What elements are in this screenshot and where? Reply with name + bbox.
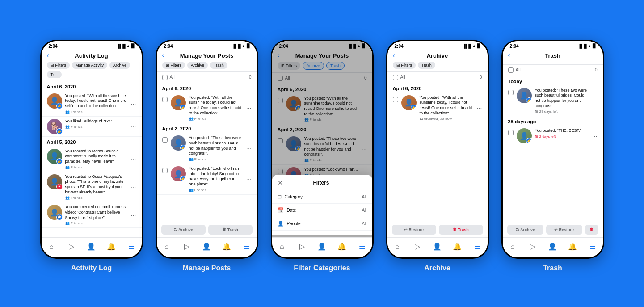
select-all-cb-4[interactable] bbox=[393, 75, 398, 80]
nav-menu-5[interactable]: ☰ bbox=[586, 240, 599, 253]
select-all-label-5[interactable]: All bbox=[508, 67, 521, 73]
nav-bell-2[interactable]: 🔔 bbox=[220, 240, 233, 253]
post-more-2-2[interactable]: ··· bbox=[246, 145, 252, 152]
post-avatar-5-1: 👤 👍 bbox=[517, 88, 532, 103]
title-row-4: ‹ Archive bbox=[393, 52, 482, 59]
post-more-5-2[interactable]: ··· bbox=[592, 132, 598, 139]
chip-archive-2[interactable]: Archive bbox=[187, 62, 208, 69]
post-cb-2-3[interactable] bbox=[162, 168, 168, 173]
back-arrow-4[interactable]: ‹ bbox=[393, 51, 395, 59]
phone-frame-1: 2:04 ▐▌█ ▲ ▉ ‹ Activity Log ⊞ Filters bbox=[40, 40, 143, 259]
date-heading-5a: Today bbox=[508, 79, 598, 84]
nav-menu-3[interactable]: ☰ bbox=[356, 240, 368, 253]
nav-home-5[interactable]: ⌂ bbox=[506, 240, 519, 253]
filter-row-people[interactable]: 👤 People All bbox=[272, 217, 372, 231]
chip-filters-4[interactable]: ⊞ Filters bbox=[393, 62, 416, 69]
wifi-icon: ▲ bbox=[126, 44, 130, 48]
post-more-4-1[interactable]: ··· bbox=[477, 104, 482, 111]
phone-label-4: Archive bbox=[424, 264, 450, 272]
nav-people-2[interactable]: 👤 bbox=[200, 240, 213, 253]
nav-bell-5[interactable]: 🔔 bbox=[566, 240, 579, 253]
nav-people-4[interactable]: 👤 bbox=[431, 240, 443, 253]
category-icon: ⊟ bbox=[278, 194, 282, 200]
modal-header: ✕ Filters bbox=[272, 179, 372, 190]
more-icon-2[interactable]: ··· bbox=[131, 123, 136, 130]
avatar-5: 👤 💬 bbox=[47, 205, 62, 220]
bottom-nav-1: ⌂ ▷ 👤 🔔 ☰ bbox=[42, 237, 142, 257]
select-all-cb-2[interactable] bbox=[162, 75, 168, 80]
restore-btn-4[interactable]: ↩ Restore bbox=[392, 225, 436, 235]
chip-manage-activity[interactable]: Manage Activity bbox=[72, 62, 107, 69]
nav-bell-4[interactable]: 🔔 bbox=[451, 240, 463, 253]
nav-people-1[interactable]: 👤 bbox=[85, 240, 97, 253]
post-cb-4-1[interactable] bbox=[393, 97, 398, 102]
archive-btn-2[interactable]: 🗂 Archive bbox=[161, 225, 206, 235]
date-section-2b: April 2, 2020 bbox=[157, 123, 257, 131]
back-arrow-1[interactable]: ‹ bbox=[47, 51, 49, 59]
activity-content-4: You reacted to Oscar Vasquez's photo: "T… bbox=[65, 174, 128, 200]
post-cb-2-1[interactable] bbox=[162, 97, 168, 102]
trash-btn-2[interactable]: 🗑 Trash bbox=[208, 225, 253, 235]
modal-close-btn[interactable]: ✕ bbox=[278, 179, 283, 186]
nav-menu-1[interactable]: ☰ bbox=[125, 240, 138, 253]
post-cb-5-2[interactable] bbox=[508, 130, 514, 135]
nav-bell-3[interactable]: 🔔 bbox=[336, 240, 348, 253]
filter-row-left-date: 📅 Date bbox=[278, 207, 296, 213]
select-all-label-4[interactable]: All bbox=[393, 75, 405, 80]
status-icons-5: ▐▌█ ▲ ▉ bbox=[578, 44, 595, 48]
chip-trash-4[interactable]: Trash bbox=[418, 62, 435, 69]
trash-btn-4[interactable]: 🗑 Trash bbox=[439, 225, 483, 235]
nav-menu-4[interactable]: ☰ bbox=[471, 240, 484, 253]
restore-btn-5[interactable]: ↩ Restore bbox=[546, 225, 582, 235]
activity-text-5: You commented on Jamil Turner's video: "… bbox=[65, 205, 128, 220]
filter-row-date[interactable]: 📅 Date All bbox=[272, 204, 372, 217]
nav-video-3[interactable]: ▷ bbox=[296, 240, 308, 253]
bottom-nav-3: ⌂ ▷ 👤 🔔 ☰ bbox=[272, 237, 372, 257]
delete-btn-5[interactable]: 🗑 bbox=[585, 225, 598, 235]
pa-badge-4-1: 👍 bbox=[411, 105, 417, 110]
chip-trash-1[interactable]: Tr… bbox=[47, 71, 62, 78]
avatar-badge-5: 💬 bbox=[56, 214, 63, 220]
post-more-2-1[interactable]: ··· bbox=[246, 104, 252, 111]
phone-frame-2: 2:04 ▐▌█ ▲ ▉ ‹ Manage Your Posts ⊞ Filte… bbox=[156, 40, 258, 259]
select-all-label-2[interactable]: All bbox=[162, 75, 175, 80]
nav-bell-1[interactable]: 🔔 bbox=[105, 240, 118, 253]
nav-home-1[interactable]: ⌂ bbox=[45, 240, 58, 253]
phone-filter-categories: 2:04 ▐▌█ ▲ ▉ ‹ Manage Your Posts ⊞ Filte… bbox=[271, 40, 374, 272]
back-arrow-2[interactable]: ‹ bbox=[162, 51, 164, 59]
nav-home-4[interactable]: ⌂ bbox=[391, 240, 404, 253]
more-icon-4[interactable]: ··· bbox=[131, 184, 136, 191]
more-icon-5[interactable]: ··· bbox=[131, 211, 136, 219]
chip-filters-2[interactable]: ⊞ Filters bbox=[162, 62, 185, 69]
nav-video-1[interactable]: ▷ bbox=[65, 240, 78, 253]
nav-people-3[interactable]: 👤 bbox=[316, 240, 328, 253]
nav-home-3[interactable]: ⌂ bbox=[276, 240, 288, 253]
post-cb-5-1[interactable] bbox=[508, 90, 514, 95]
post-item-2-1: 👤 👍 You posted: "With all the sunshine t… bbox=[157, 93, 257, 124]
select-all-row-2: All 0 bbox=[157, 72, 257, 83]
nav-people-5[interactable]: 👤 bbox=[546, 240, 559, 253]
more-icon-3[interactable]: ··· bbox=[131, 156, 136, 163]
back-arrow-5[interactable]: ‹ bbox=[508, 51, 510, 59]
chip-archive-1[interactable]: Archive bbox=[109, 62, 130, 69]
chip-trash-2[interactable]: Trash bbox=[210, 62, 227, 69]
activity-meta-1: 👥 Friends bbox=[65, 110, 128, 114]
nav-home-2[interactable]: ⌂ bbox=[160, 240, 173, 253]
filter-row-category[interactable]: ⊟ Category All bbox=[272, 190, 372, 204]
archive-btn-5[interactable]: 🗂 Archive bbox=[507, 225, 543, 235]
date-heading-1a: April 6, 2020 bbox=[47, 84, 136, 89]
select-all-row-5: All 0 bbox=[503, 65, 603, 76]
pa-badge-5-1: 👍 bbox=[526, 97, 532, 103]
post-more-2-3[interactable]: ··· bbox=[246, 176, 252, 183]
post-cb-2-2[interactable] bbox=[162, 137, 168, 143]
post-more-5-1[interactable]: ··· bbox=[592, 97, 598, 104]
nav-video-4[interactable]: ▷ bbox=[411, 240, 424, 253]
more-icon-1[interactable]: ··· bbox=[131, 100, 136, 107]
nav-video-2[interactable]: ▷ bbox=[181, 240, 193, 253]
nav-menu-2[interactable]: ☰ bbox=[240, 240, 253, 253]
select-all-cb-5[interactable] bbox=[508, 67, 514, 73]
nav-video-5[interactable]: ▷ bbox=[526, 240, 539, 253]
chip-filters-1[interactable]: ⊞ Filters bbox=[47, 62, 70, 69]
post-avatar-2-3: 👤 👍 bbox=[171, 166, 186, 181]
date-section-5b: 28 days ago bbox=[503, 116, 603, 124]
